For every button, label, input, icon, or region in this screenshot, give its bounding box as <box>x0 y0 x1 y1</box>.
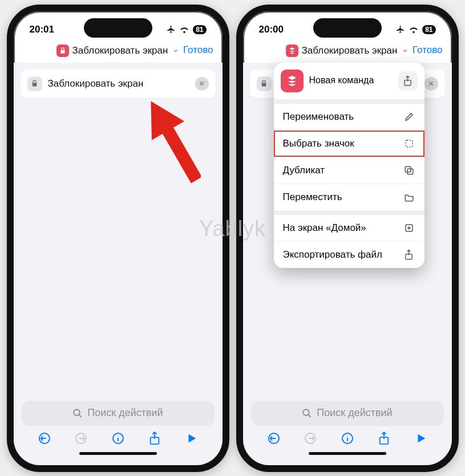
popover-header: Новая команда <box>274 63 424 99</box>
menu-choose-icon[interactable]: Выбрать значок <box>274 130 424 157</box>
svg-rect-9 <box>407 169 413 174</box>
lock-icon <box>27 76 42 91</box>
menu-label: Переместить <box>283 192 342 203</box>
pencil-icon <box>403 112 415 122</box>
done-button[interactable]: Готово <box>183 44 213 56</box>
popover-separator <box>274 210 424 215</box>
plus-square-icon <box>403 223 415 233</box>
shortcut-header: Заблокировать экран Готово <box>14 40 223 63</box>
airplane-icon <box>395 25 405 34</box>
share-button[interactable] <box>147 430 163 446</box>
action-card[interactable]: Заблокировать экран <box>21 70 216 98</box>
phone-right: 20:00 81 Заблокировать экран Готово <box>236 5 459 472</box>
phone-left: 20:01 81 Заблокировать экран Готово <box>7 5 229 472</box>
share-icon <box>403 249 415 261</box>
clear-action-button[interactable] <box>195 77 209 91</box>
menu-move[interactable]: Переместить <box>274 184 424 210</box>
popover-share-button[interactable] <box>398 71 418 91</box>
run-button[interactable] <box>413 430 429 446</box>
wifi-icon <box>409 26 419 34</box>
done-button[interactable]: Готово <box>413 44 443 56</box>
menu-label: Выбрать значок <box>283 138 354 149</box>
wifi-icon <box>179 26 189 34</box>
search-placeholder: Поиск действий <box>317 407 392 419</box>
home-indicator[interactable] <box>79 452 157 455</box>
svg-marker-0 <box>149 95 201 189</box>
menu-rename[interactable]: Переименовать <box>274 104 424 130</box>
home-indicator[interactable] <box>309 452 386 455</box>
svg-point-12 <box>304 409 310 416</box>
svg-point-1 <box>74 409 80 416</box>
search-icon <box>72 408 83 418</box>
menu-duplicate[interactable]: Дубликат <box>274 157 424 184</box>
chevron-down-icon <box>402 47 409 54</box>
undo-button[interactable] <box>266 430 282 446</box>
popover-title: Новая команда <box>309 75 393 86</box>
title-popover-menu: Новая команда Переименовать Выбрать знач… <box>274 63 424 268</box>
info-button[interactable] <box>339 430 355 446</box>
search-actions-input[interactable]: Поиск действий <box>251 401 444 426</box>
menu-add-home[interactable]: На экран «Домой» <box>274 215 424 241</box>
shortcut-title: Заблокировать экран <box>72 45 168 56</box>
lock-icon <box>257 76 272 91</box>
popover-app-icon <box>281 70 304 92</box>
shortcut-title-button[interactable]: Заблокировать экран <box>286 44 409 57</box>
bottom-toolbar <box>22 426 215 450</box>
editor-canvas[interactable]: Заблокировать экран Новая команда Переим… <box>243 63 452 395</box>
annotation-arrow-icon <box>149 95 201 192</box>
search-icon <box>302 408 312 418</box>
battery-icon: 81 <box>422 25 435 34</box>
menu-export-file[interactable]: Экспортировать файл <box>274 241 424 268</box>
battery-icon: 81 <box>193 25 206 34</box>
status-time: 20:00 <box>259 24 284 35</box>
status-icons: 81 <box>166 25 206 34</box>
shortcut-icon <box>56 44 69 57</box>
duplicate-icon <box>403 165 415 176</box>
shortcut-title-button[interactable]: Заблокировать экран <box>56 44 180 57</box>
share-button[interactable] <box>376 430 392 446</box>
bottom-area: Поиск действий <box>243 395 452 465</box>
redo-button[interactable] <box>73 430 89 446</box>
popover-separator <box>274 99 424 104</box>
menu-label: Дубликат <box>283 165 325 176</box>
editor-canvas[interactable]: Заблокировать экран <box>14 63 223 395</box>
status-time: 20:01 <box>30 24 54 35</box>
airplane-icon <box>166 25 176 34</box>
svg-rect-8 <box>405 166 411 172</box>
undo-button[interactable] <box>37 430 52 446</box>
status-icons: 81 <box>395 25 435 34</box>
clear-action-button[interactable] <box>424 77 438 91</box>
bottom-toolbar <box>251 426 444 450</box>
svg-rect-7 <box>406 140 413 147</box>
chevron-down-icon <box>172 47 179 54</box>
folder-icon <box>403 192 415 202</box>
menu-label: Переименовать <box>283 111 354 123</box>
shortcut-title: Заблокировать экран <box>302 45 398 56</box>
bottom-area: Поиск действий <box>14 395 223 465</box>
redo-button[interactable] <box>302 430 318 446</box>
menu-label: Экспортировать файл <box>283 249 382 261</box>
shortcut-icon <box>286 44 298 57</box>
info-button[interactable] <box>110 430 126 446</box>
shortcut-header: Заблокировать экран Готово <box>243 40 452 63</box>
dynamic-island <box>313 18 382 38</box>
dashed-square-icon <box>403 139 415 149</box>
search-actions-input[interactable]: Поиск действий <box>22 401 215 426</box>
action-title: Заблокировать экран <box>48 78 189 89</box>
run-button[interactable] <box>184 430 200 446</box>
dynamic-island <box>84 18 152 38</box>
menu-label: На экран «Домой» <box>283 222 366 234</box>
search-placeholder: Поиск действий <box>87 407 163 419</box>
